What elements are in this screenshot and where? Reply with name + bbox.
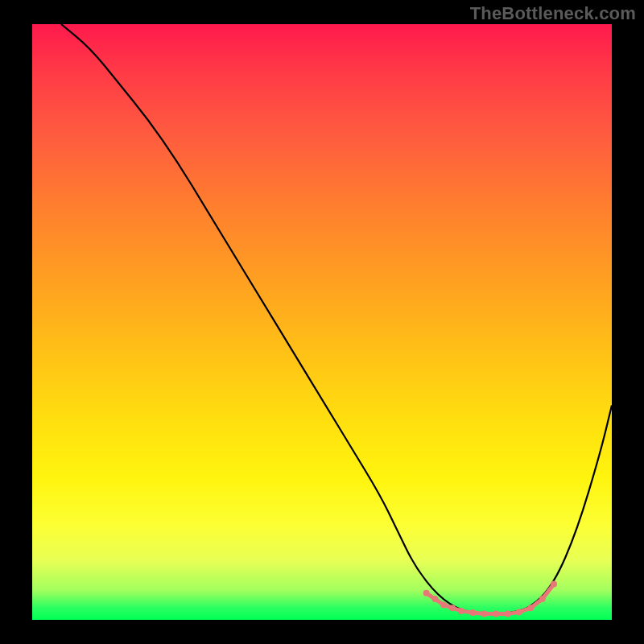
optimal-point-dot <box>440 602 447 609</box>
optimal-point-dot <box>469 609 476 616</box>
optimal-region-path <box>427 584 554 614</box>
chart-container: TheBottleneck.com <box>0 0 644 644</box>
optimal-point-dot <box>481 611 488 617</box>
optimal-point-dot <box>504 611 510 617</box>
optimal-point-dot <box>493 611 499 617</box>
optimal-point-dot <box>423 590 430 597</box>
curve-svg <box>32 24 612 620</box>
optimal-point-dot <box>539 596 546 602</box>
optimal-point-dot <box>516 609 522 615</box>
optimal-point-dot <box>431 596 438 602</box>
plot-area <box>32 24 612 620</box>
watermark-text: TheBottleneck.com <box>470 3 636 24</box>
bottleneck-curve <box>61 24 612 614</box>
optimal-point-dot <box>551 581 557 588</box>
optimal-point-dot <box>527 605 534 611</box>
optimal-point-dot <box>458 608 464 614</box>
optimal-point-dot <box>449 605 456 611</box>
